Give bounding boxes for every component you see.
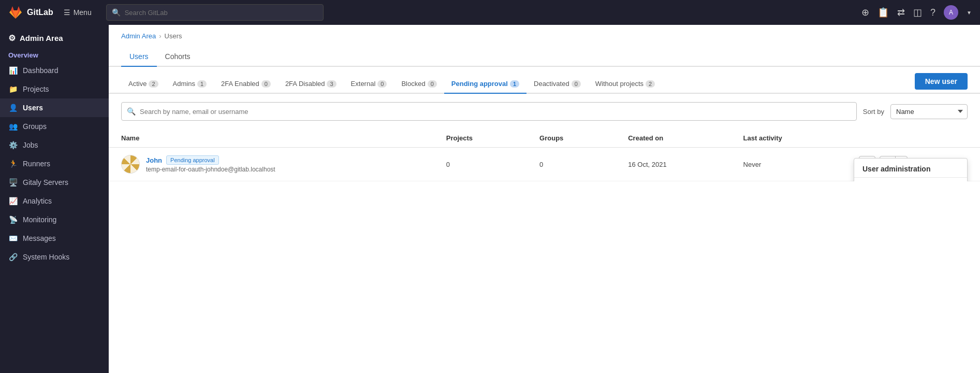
table-row: John Pending approval temp-email-for-oau…: [109, 148, 980, 181]
user-search-input[interactable]: [140, 108, 851, 116]
search-bar[interactable]: 🔍: [106, 4, 324, 21]
filter-tab-admins[interactable]: Admins 1: [166, 76, 214, 94]
sidebar-item-label: Projects: [23, 85, 49, 93]
gitlab-logo: [8, 5, 23, 20]
help-icon[interactable]: ?: [930, 7, 935, 18]
avatar-chevron-icon[interactable]: ▼: [967, 10, 972, 16]
col-last-activity: Last activity: [731, 129, 847, 148]
jobs-icon: ⚙️: [8, 141, 18, 149]
sort-label: Sort by: [863, 108, 884, 116]
breadcrumb-parent[interactable]: Admin Area: [121, 32, 156, 40]
table-body: John Pending approval temp-email-for-oau…: [109, 148, 980, 181]
approve-menu-item[interactable]: Approve: [854, 178, 967, 181]
filter-tabs: Active 2 Admins 1 2FA Enabled 0 2FA Disa…: [121, 76, 906, 93]
sidebar-item-gitaly-servers[interactable]: 🖥️ Gitaly Servers: [0, 173, 109, 192]
pending-badge: Pending approval: [166, 155, 219, 165]
search-icon: 🔍: [127, 107, 136, 116]
sidebar-item-messages[interactable]: ✉️ Messages: [0, 229, 109, 248]
user-info: John Pending approval temp-email-for-oau…: [146, 155, 275, 173]
projects-icon: 📁: [8, 85, 18, 93]
avatar: [121, 155, 140, 174]
merge-request-icon[interactable]: ⇄: [897, 7, 905, 18]
dashboard-icon: 📊: [8, 66, 18, 75]
monitoring-icon: 📡: [8, 216, 18, 224]
messages-icon: ✉️: [8, 234, 18, 242]
sidebar-item-label: Messages: [23, 234, 56, 242]
users-table: Name Projects Groups Created on Last act…: [109, 129, 980, 181]
todo-icon[interactable]: 📋: [877, 7, 889, 18]
plus-icon[interactable]: ⊕: [861, 7, 869, 18]
user-groups: 0: [527, 148, 616, 181]
filter-tab-deactivated[interactable]: Deactivated 0: [526, 76, 588, 94]
col-projects: Projects: [434, 129, 527, 148]
admin-icon: ⚙: [8, 33, 16, 43]
sidebar-item-users[interactable]: 👤 Users: [0, 98, 109, 117]
user-name: John Pending approval: [146, 155, 275, 165]
sort-select[interactable]: Name Recent sign-in Oldest sign-in Recen…: [890, 104, 968, 119]
sidebar-item-label: System Hooks: [23, 253, 69, 261]
user-name-link[interactable]: John: [146, 156, 162, 164]
col-created-on: Created on: [616, 129, 730, 148]
breadcrumb: Admin Area › Users: [109, 25, 980, 40]
sidebar-item-dashboard[interactable]: 📊 Dashboard: [0, 61, 109, 80]
tab-cohorts[interactable]: Cohorts: [157, 48, 199, 67]
tab-users[interactable]: Users: [121, 48, 157, 67]
user-email: temp-email-for-oauth-johndoe@gitlab.loca…: [146, 166, 275, 173]
sidebar-item-label: Analytics: [23, 197, 52, 205]
col-name: Name: [109, 129, 434, 148]
brand: GitLab: [8, 5, 53, 20]
user-admin-dropdown-menu: User administration Approve Reject: [854, 158, 968, 181]
sidebar-item-runners[interactable]: 🏃 Runners: [0, 154, 109, 173]
sidebar-item-label: Runners: [23, 160, 50, 168]
sidebar-title: Admin Area: [20, 34, 63, 42]
col-groups: Groups: [527, 129, 616, 148]
filter-tab-2fa-disabled[interactable]: 2FA Disabled 3: [278, 76, 344, 94]
filter-tab-blocked[interactable]: Blocked 0: [394, 76, 444, 94]
user-created-on: 16 Oct, 2021: [616, 148, 730, 181]
filter-tab-external[interactable]: External 0: [344, 76, 394, 94]
sidebar-item-groups[interactable]: 👥 Groups: [0, 117, 109, 136]
hamburger-icon: ☰: [64, 8, 70, 17]
users-table-container: Name Projects Groups Created on Last act…: [109, 129, 980, 181]
filter-tab-without-projects[interactable]: Without projects 2: [588, 76, 662, 94]
search-input-wrap[interactable]: 🔍: [121, 102, 857, 121]
groups-icon: 👥: [8, 122, 18, 131]
analytics-icon: 📈: [8, 197, 18, 205]
search-icon: 🔍: [112, 8, 121, 17]
sidebar-item-system-hooks[interactable]: 🔗 System Hooks: [0, 248, 109, 266]
table-header: Name Projects Groups Created on Last act…: [109, 129, 980, 148]
main-content: Admin Area › Users Users Cohorts Active …: [109, 25, 980, 373]
sidebar-item-jobs[interactable]: ⚙️ Jobs: [0, 136, 109, 154]
avatar[interactable]: A: [944, 5, 958, 20]
gitaly-icon: 🖥️: [8, 178, 18, 187]
search-sort-bar: 🔍 Sort by Name Recent sign-in Oldest sig…: [109, 94, 980, 129]
col-actions: [846, 129, 980, 148]
dropdown-menu-header: User administration: [854, 159, 967, 178]
navbar-actions: ⊕ 📋 ⇄ ◫ ? A ▼: [861, 5, 972, 20]
sidebar-overview-label: Overview: [0, 47, 109, 61]
menu-toggle[interactable]: ☰ Menu: [64, 8, 92, 17]
users-icon: 👤: [8, 104, 18, 112]
user-projects: 0: [434, 148, 527, 181]
new-user-button[interactable]: New user: [915, 73, 968, 90]
sidebar-item-label: Gitaly Servers: [23, 178, 68, 187]
filter-tab-active[interactable]: Active 2: [121, 76, 166, 94]
issues-icon[interactable]: ◫: [913, 7, 922, 18]
sidebar-header: ⚙ Admin Area: [0, 25, 109, 47]
user-cell: John Pending approval temp-email-for-oau…: [109, 148, 434, 181]
navbar: GitLab ☰ Menu 🔍 ⊕ 📋 ⇄ ◫ ? A ▼: [0, 0, 980, 25]
breadcrumb-separator: ›: [159, 32, 161, 40]
sidebar-item-projects[interactable]: 📁 Projects: [0, 80, 109, 98]
breadcrumb-current: Users: [165, 32, 182, 40]
brand-name: GitLab: [27, 8, 53, 17]
sidebar-item-analytics[interactable]: 📈 Analytics: [0, 192, 109, 210]
sidebar-item-label: Groups: [23, 122, 47, 131]
sidebar-item-label: Monitoring: [23, 216, 56, 224]
search-input[interactable]: [125, 9, 318, 17]
filter-tab-2fa-enabled[interactable]: 2FA Enabled 0: [214, 76, 278, 94]
sidebar-item-monitoring[interactable]: 📡 Monitoring: [0, 210, 109, 229]
runners-icon: 🏃: [8, 160, 18, 168]
filter-tab-pending-approval[interactable]: Pending approval 1: [444, 76, 526, 94]
system-hooks-icon: 🔗: [8, 253, 18, 261]
sidebar: ⚙ Admin Area Overview 📊 Dashboard 📁 Proj…: [0, 25, 109, 373]
